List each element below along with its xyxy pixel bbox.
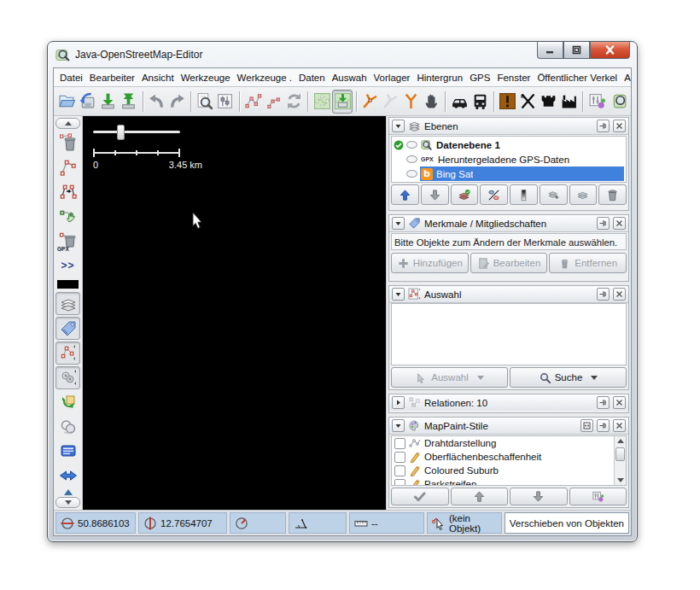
unstick-pin-icon[interactable]: [597, 396, 610, 409]
style-checkbox[interactable]: [394, 465, 405, 476]
combine-way-icon[interactable]: [401, 90, 422, 114]
download-icon[interactable]: [98, 90, 119, 114]
unstick-pin-icon[interactable]: [597, 419, 610, 432]
castle-icon[interactable]: [539, 90, 559, 114]
collapse-button[interactable]: [392, 419, 405, 432]
style-up-button[interactable]: [451, 488, 509, 505]
delete-layer-button[interactable]: [598, 184, 627, 205]
close-panel-icon[interactable]: [613, 396, 626, 409]
preferences-icon[interactable]: [215, 90, 236, 114]
style-checkbox[interactable]: [394, 452, 405, 463]
menu-daten[interactable]: Daten: [295, 71, 329, 85]
scroll-down-button[interactable]: [55, 497, 80, 508]
upload-icon[interactable]: [119, 90, 139, 114]
layer-row-gpx[interactable]: GPX Heruntergeladene GPS-Daten: [392, 152, 626, 166]
menu-auswahl[interactable]: Auswah: [329, 71, 370, 85]
merge-layer-button[interactable]: [451, 184, 479, 205]
car-icon[interactable]: [449, 90, 470, 114]
collapse-button[interactable]: [392, 288, 405, 301]
layer-row-bing[interactable]: b Bing Sat: [392, 166, 626, 181]
layer-up-button[interactable]: [391, 184, 419, 205]
refresh-icon[interactable]: [283, 90, 304, 114]
factory-icon[interactable]: [559, 90, 580, 114]
close-panel-icon[interactable]: [613, 288, 626, 301]
apply-style-button[interactable]: [391, 488, 449, 505]
warning-icon[interactable]: [498, 90, 518, 114]
layer-list-button[interactable]: [569, 184, 598, 205]
layer-down-button[interactable]: [421, 184, 449, 205]
close-button[interactable]: [590, 42, 630, 59]
relations-panel-toggle[interactable]: [55, 366, 80, 389]
follow-line-icon[interactable]: [264, 90, 284, 114]
style-row[interactable]: Parkstreifen: [392, 477, 614, 485]
edit-tag-button[interactable]: Bearbeiten: [470, 253, 548, 273]
open-icon[interactable]: [57, 90, 78, 114]
menu-fenster[interactable]: Fenster: [493, 71, 534, 85]
layer-row-data[interactable]: Datenebene 1: [392, 137, 626, 152]
unstick-pin-icon[interactable]: [597, 120, 610, 132]
unstick-pin-icon[interactable]: [597, 217, 610, 230]
save-icon[interactable]: [78, 90, 98, 114]
toggle-dialogs-icon[interactable]: [586, 90, 607, 114]
active-layer-check-icon[interactable]: [394, 140, 404, 150]
delete-node-tool-icon[interactable]: [55, 131, 80, 154]
delete-gpx-tool-icon[interactable]: GPX: [55, 229, 80, 252]
extrude-tool-icon[interactable]: [55, 180, 80, 203]
conflicts-panel-toggle[interactable]: [55, 415, 80, 438]
zoom-slider-handle[interactable]: [117, 125, 125, 140]
style-settings-icon[interactable]: [580, 419, 593, 432]
style-preferences-button[interactable]: [569, 488, 627, 505]
edit-partial-icon[interactable]: [607, 90, 627, 114]
undo-icon[interactable]: [146, 90, 166, 114]
add-tag-button[interactable]: Hinzufügen: [391, 253, 469, 273]
style-row[interactable]: Oberflächenbeschaffenheit: [392, 450, 614, 464]
selection-list[interactable]: [391, 303, 627, 365]
improve-way-accuracy-icon[interactable]: [243, 90, 264, 114]
validator-panel-toggle[interactable]: [55, 464, 80, 488]
show-hide-button[interactable]: [480, 184, 508, 205]
draw-way-tool-icon[interactable]: [55, 155, 80, 178]
zoom-to-data-icon[interactable]: [312, 90, 332, 114]
merge-ways-icon[interactable]: [381, 90, 401, 114]
close-panel-icon[interactable]: [613, 120, 626, 132]
authors-panel-toggle[interactable]: [55, 440, 80, 463]
menu-datei[interactable]: Datei: [56, 71, 86, 85]
command-stack-panel-toggle[interactable]: [55, 391, 80, 414]
split-way-icon[interactable]: [360, 90, 381, 114]
pan-hand-icon[interactable]: [421, 90, 441, 114]
menu-hintergrund[interactable]: Hintergrun: [413, 71, 466, 85]
style-checkbox[interactable]: [394, 479, 405, 486]
menu-weitere-werkzeuge[interactable]: Werkzeuge .: [234, 71, 295, 85]
unstick-pin-icon[interactable]: [597, 288, 610, 301]
menu-audio[interactable]: Audio: [621, 71, 631, 85]
selection-panel-toggle[interactable]: [55, 342, 80, 365]
move-node-tool-icon[interactable]: [55, 205, 80, 228]
menu-werkzeuge[interactable]: Werkzeuge: [178, 71, 234, 85]
style-checkbox[interactable]: [394, 438, 405, 449]
selection-menu-button[interactable]: Auswahl: [391, 367, 508, 388]
layer-visibility-toggle[interactable]: [406, 141, 417, 149]
scrollbar-thumb[interactable]: [615, 447, 625, 461]
menu-gps[interactable]: GPS: [466, 71, 493, 85]
maximize-button[interactable]: [563, 42, 590, 59]
style-row[interactable]: Coloured Suburb: [392, 464, 614, 477]
zoom-to-download-icon[interactable]: [332, 90, 353, 114]
menu-vorlagen[interactable]: Vorlager: [370, 71, 414, 85]
layers-panel-toggle[interactable]: [55, 292, 80, 315]
menu-bearbeiten[interactable]: Bearbeiter: [86, 71, 138, 85]
tags-panel-toggle[interactable]: [55, 317, 80, 340]
zoom-slider[interactable]: [93, 125, 180, 138]
collapse-button[interactable]: [392, 217, 405, 230]
layer-visibility-toggle[interactable]: [406, 155, 417, 163]
collapse-button[interactable]: [392, 120, 405, 132]
overflow-button[interactable]: >>: [55, 254, 80, 277]
remove-tag-button[interactable]: Entfernen: [549, 253, 627, 273]
menu-ansicht[interactable]: Ansicht: [138, 71, 178, 85]
close-panel-icon[interactable]: [613, 217, 626, 230]
opacity-button[interactable]: [510, 184, 538, 205]
style-down-button[interactable]: [510, 488, 568, 505]
duplicate-layer-button[interactable]: [540, 184, 568, 205]
expand-button[interactable]: [392, 396, 405, 409]
scroll-up-button[interactable]: [55, 118, 80, 129]
search-menu-button[interactable]: Suche: [510, 367, 627, 388]
